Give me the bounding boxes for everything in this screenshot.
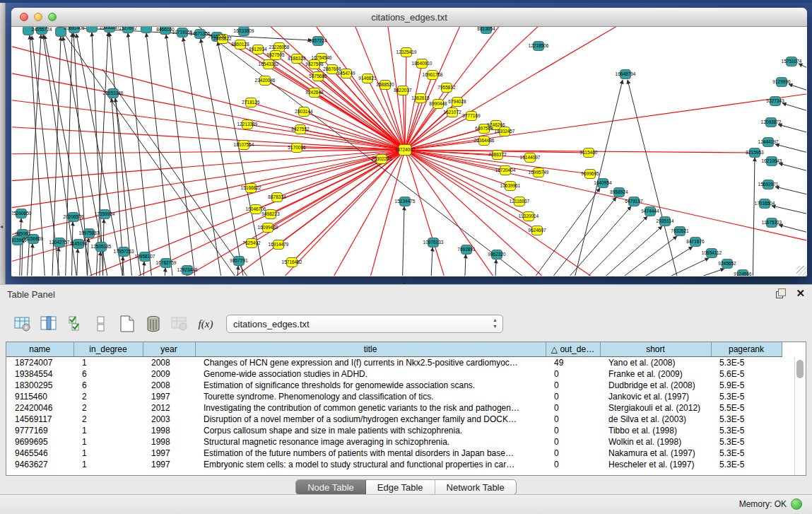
- table-cell[interactable]: 19384554: [6, 368, 73, 380]
- table-cell[interactable]: 1997: [143, 391, 195, 402]
- table-cell[interactable]: 5.3E-5: [711, 448, 782, 459]
- select-all-columns-icon[interactable]: [65, 314, 85, 334]
- float-panel-icon[interactable]: [776, 288, 786, 298]
- vertical-scrollbar[interactable]: [794, 357, 806, 475]
- window-titlebar[interactable]: citations_edges.txt: [11, 8, 807, 27]
- table-cell[interactable]: Structural magnetic resonance image aver…: [195, 436, 546, 448]
- left-panel-edge[interactable]: ◂: [0, 3, 6, 287]
- collapse-arrow-icon[interactable]: ◂: [0, 223, 3, 230]
- network-view-window[interactable]: citations_edges.txt 18724007240557242069…: [11, 8, 807, 276]
- table-cell[interactable]: 2008: [143, 357, 195, 369]
- table-row[interactable]: 2242004622012Investigating the contribut…: [6, 402, 792, 414]
- table-cell[interactable]: Yano et al. (2008): [600, 357, 711, 369]
- table-cell[interactable]: Franke et al. (2009): [600, 368, 711, 380]
- table-cell[interactable]: 1997: [143, 459, 195, 470]
- table-cell[interactable]: 5.9E-5: [711, 380, 782, 391]
- table-cell[interactable]: 6: [73, 368, 143, 380]
- column-header-title[interactable]: title: [195, 342, 546, 357]
- table-cell[interactable]: Hescheler et al. (1997): [600, 459, 711, 470]
- network-node[interactable]: [141, 27, 152, 33]
- table-cell[interactable]: 1: [73, 357, 143, 369]
- table-cell[interactable]: Tourette syndrome. Phenomenology and cla…: [195, 391, 546, 402]
- table-cell[interactable]: 2: [73, 402, 143, 414]
- table-cell[interactable]: 5.3E-5: [711, 459, 782, 470]
- table-cell[interactable]: 5.3E-5: [711, 414, 782, 425]
- table-cell[interactable]: 2003: [143, 414, 195, 425]
- delete-column-icon[interactable]: [143, 314, 163, 334]
- table-cell[interactable]: 1997: [143, 448, 195, 459]
- table-cell[interactable]: Genome-wide association studies in ADHD.: [195, 368, 546, 380]
- table-cell[interactable]: Jankovic et al. (1997): [600, 391, 711, 402]
- table-cell[interactable]: 9777169: [6, 425, 73, 436]
- table-cell[interactable]: Changes of HCN gene expression and I(f) …: [195, 357, 546, 369]
- table-cell[interactable]: 2009: [143, 368, 195, 380]
- zoom-window-button[interactable]: [48, 13, 57, 21]
- table-cell[interactable]: 1998: [143, 436, 195, 448]
- table-cell[interactable]: 1: [73, 425, 143, 436]
- table-cell[interactable]: Nakamura et al. (1997): [600, 448, 711, 459]
- table-cell[interactable]: Corpus callosum shape and size in male p…: [195, 425, 546, 436]
- table-cell[interactable]: 2008: [143, 380, 195, 391]
- column-header-out_de[interactable]: △ out_de…: [546, 342, 600, 357]
- table-select-dropdown[interactable]: citations_edges.txt ▲▼: [226, 315, 503, 333]
- table-row[interactable]: 1830029562008Estimation of significance …: [6, 380, 792, 391]
- table-cell[interactable]: 2: [73, 414, 143, 425]
- table-cell[interactable]: 0: [546, 414, 600, 425]
- function-builder-icon[interactable]: f(x): [196, 314, 216, 334]
- window-resize-grip[interactable]: [796, 266, 806, 276]
- table-cell[interactable]: 0: [546, 448, 600, 459]
- tab-node-table[interactable]: Node Table: [296, 480, 366, 494]
- table-cell[interactable]: 22420046: [6, 402, 73, 414]
- table-cell[interactable]: 14569117: [6, 414, 73, 425]
- tab-network-table[interactable]: Network Table: [435, 480, 516, 494]
- table-cell[interactable]: Investigating the contribution of common…: [195, 402, 546, 414]
- table-cell[interactable]: de Silva et al. (2003): [600, 414, 711, 425]
- table-cell[interactable]: 2: [73, 391, 143, 402]
- table-row[interactable]: 969969511998Structural magnetic resonanc…: [6, 436, 792, 448]
- table-cell[interactable]: 5.3E-5: [711, 391, 782, 402]
- tab-edge-table[interactable]: Edge Table: [366, 480, 435, 494]
- column-header-name[interactable]: name: [6, 342, 73, 357]
- table-cell[interactable]: Stergiakouli et al. (2012): [600, 402, 711, 414]
- table-cell[interactable]: 0: [546, 425, 600, 436]
- unselect-all-columns-icon[interactable]: [91, 314, 111, 334]
- network-canvas[interactable]: 1872400724055724206914061065528715276028…: [12, 27, 806, 276]
- table-cell[interactable]: Disruption of a novel member of a sodium…: [195, 414, 546, 425]
- close-window-button[interactable]: [20, 13, 28, 21]
- table-cell[interactable]: 5.3E-5: [711, 357, 782, 369]
- table-cell[interactable]: Wolkin et al. (1998): [600, 436, 711, 448]
- table-cell[interactable]: 5.5E-5: [711, 402, 782, 414]
- show-columns-icon[interactable]: [39, 314, 59, 334]
- table-row[interactable]: 977716911998Corpus callosum shape and si…: [6, 425, 792, 436]
- table-cell[interactable]: Embryonic stem cells: a model to study s…: [195, 459, 546, 470]
- table-cell[interactable]: Estimation of the future numbers of pati…: [195, 448, 546, 459]
- table-row[interactable]: 1872400712008Changes of HCN gene express…: [6, 357, 792, 369]
- table-cell[interactable]: Estimation of significance thresholds fo…: [195, 380, 546, 391]
- table-cell[interactable]: 0: [546, 380, 600, 391]
- table-cell[interactable]: 0: [546, 368, 600, 380]
- table-cell[interactable]: 9465546: [6, 448, 73, 459]
- table-cell[interactable]: 2012: [143, 402, 195, 414]
- table-cell[interactable]: 1: [73, 436, 143, 448]
- scrollbar-thumb[interactable]: [796, 360, 804, 378]
- table-cell[interactable]: 1: [73, 459, 143, 470]
- table-row[interactable]: 1938455462009Genome-wide association stu…: [6, 368, 792, 380]
- table-cell[interactable]: 6: [73, 380, 143, 391]
- citation-network-graph[interactable]: 1872400724055724206914061065528715276028…: [12, 27, 806, 276]
- create-column-icon[interactable]: [117, 314, 137, 334]
- table-cell[interactable]: 0: [546, 459, 600, 470]
- table-cell[interactable]: 5.3E-5: [711, 436, 782, 448]
- table-row[interactable]: 946362711997Embryonic stem cells: a mode…: [6, 459, 792, 470]
- table-cell[interactable]: 1998: [143, 425, 195, 436]
- table-cell[interactable]: 0: [546, 391, 600, 402]
- table-cell[interactable]: Dudbridge et al. (2008): [600, 380, 711, 391]
- column-header-pagerank[interactable]: pagerank: [711, 342, 782, 357]
- table-row[interactable]: 946554611997Estimation of the future num…: [6, 448, 792, 459]
- column-header-year[interactable]: year: [143, 342, 195, 357]
- table-cell[interactable]: 5.3E-5: [711, 425, 782, 436]
- table-cell[interactable]: 1: [73, 448, 143, 459]
- table-cell[interactable]: 9699695: [6, 436, 73, 448]
- column-header-in_degree[interactable]: in_degree: [73, 342, 143, 357]
- table-mode-icon[interactable]: [13, 314, 33, 334]
- table-cell[interactable]: 5.6E-5: [711, 368, 782, 380]
